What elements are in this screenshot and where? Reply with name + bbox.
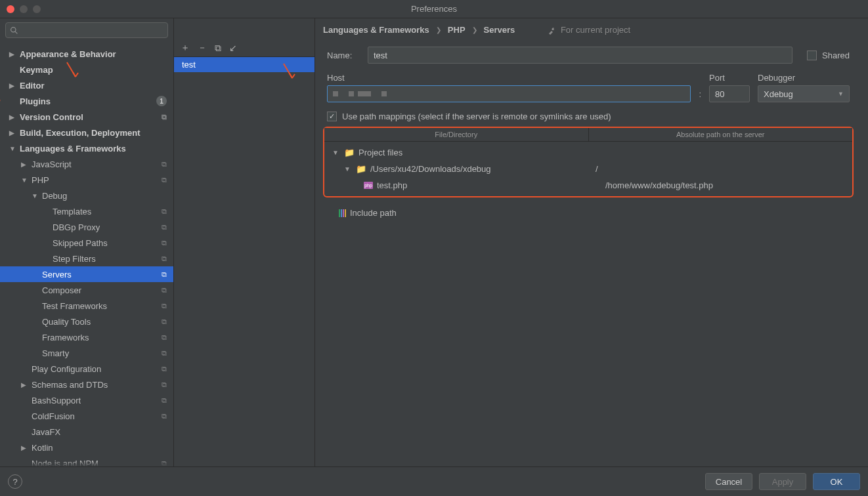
sidebar-item-skipped-paths[interactable]: Skipped Paths⧉ <box>0 235 173 251</box>
project-scope-label: For current project <box>548 25 630 35</box>
sidebar-item-schemas[interactable]: Schemas and DTDs⧉ <box>0 377 173 392</box>
remove-server-button[interactable]: － <box>198 42 207 54</box>
main-content: Languages & Frameworks ❯ PHP ❯ Servers F… <box>315 18 868 466</box>
sidebar-item-test-frameworks[interactable]: Test Frameworks⧉ <box>0 298 173 314</box>
port-label: Port <box>709 73 750 83</box>
copy-server-button[interactable]: ⧉ <box>215 43 221 54</box>
sidebar-item-composer[interactable]: Composer⧉ <box>0 282 173 298</box>
sidebar-item-keymap[interactable]: Keymap <box>0 62 173 77</box>
copy-icon: ⧉ <box>162 239 167 247</box>
chevron-down-icon: ▼ <box>332 149 340 156</box>
wrench-icon <box>548 27 555 35</box>
name-label: Name: <box>327 51 360 60</box>
folder-icon: 📁 <box>344 148 355 157</box>
ok-button[interactable]: OK <box>813 473 860 490</box>
copy-icon: ⧉ <box>162 365 167 373</box>
sidebar-item-coldfusion[interactable]: ColdFusion⧉ <box>0 408 173 424</box>
name-field[interactable] <box>368 47 792 64</box>
host-label: Host <box>327 73 683 83</box>
svg-point-0 <box>11 27 16 31</box>
use-path-mappings-checkbox[interactable] <box>327 112 337 121</box>
sidebar-item-templates[interactable]: Templates⧉ <box>0 203 173 219</box>
sidebar-item-javascript[interactable]: JavaScript⧉ <box>0 156 173 172</box>
php-file-icon: php <box>364 182 373 189</box>
copy-icon: ⧉ <box>162 160 167 169</box>
sidebar-item-bash[interactable]: BashSupport⧉ <box>0 392 173 408</box>
sidebar-item-version-control[interactable]: Version Control⧉ <box>0 109 173 125</box>
server-list-column: ＋ － ⧉ ↙ test <box>174 18 315 466</box>
copy-icon: ⧉ <box>162 396 167 405</box>
sidebar-item-editor[interactable]: Editor <box>0 77 173 93</box>
copy-icon: ⧉ <box>162 223 167 232</box>
sidebar-item-servers[interactable]: Servers⧉ <box>0 266 173 282</box>
dialog-footer: ? Cancel Apply OK <box>0 466 868 496</box>
sidebar-item-quality-tools[interactable]: Quality Tools⧉ <box>0 314 173 329</box>
server-list-toolbar: ＋ － ⧉ ↙ <box>174 39 315 57</box>
window-title: Preferences <box>0 4 868 14</box>
add-server-button[interactable]: ＋ <box>181 42 190 54</box>
settings-tree: Appearance & Behavior Keymap Editor Plug… <box>0 42 173 466</box>
map-row-file[interactable]: php test.php /home/www/xdebug/test.php <box>324 177 852 194</box>
copy-icon: ⧉ <box>162 349 167 358</box>
apply-button[interactable]: Apply <box>759 473 806 490</box>
map-row-project-root[interactable]: ▼ 📁 /Users/xu42/Downloads/xdebug / <box>324 161 852 177</box>
include-path-icon <box>339 209 346 217</box>
debugger-label: Debugger <box>758 73 850 83</box>
copy-icon: ⧉ <box>162 207 167 216</box>
host-field[interactable] <box>327 85 691 102</box>
sidebar-item-frameworks[interactable]: Frameworks⧉ <box>0 329 173 345</box>
column-file-directory: File/Directory <box>324 128 589 141</box>
copy-icon: ⧉ <box>162 176 167 184</box>
search-input[interactable] <box>5 22 168 38</box>
sidebar-item-smarty[interactable]: Smarty⧉ <box>0 345 173 361</box>
use-path-mappings-label: Use path mappings (select if the server … <box>342 112 611 121</box>
copy-icon: ⧉ <box>162 333 167 342</box>
column-absolute-path: Absolute path on the server <box>589 128 853 141</box>
search-icon <box>10 26 18 35</box>
path-mappings-panel: File/Directory Absolute path on the serv… <box>323 127 854 197</box>
copy-icon: ⧉ <box>162 381 167 389</box>
debugger-select[interactable]: Xdebug ▼ <box>758 85 850 102</box>
sidebar-item-javafx[interactable]: JavaFX <box>0 424 173 440</box>
sidebar-item-dbgp-proxy[interactable]: DBGp Proxy⧉ <box>0 219 173 235</box>
sidebar-item-kotlin[interactable]: Kotlin <box>0 440 173 455</box>
breadcrumb-item[interactable]: Languages & Frameworks <box>323 25 429 35</box>
shared-label: Shared <box>822 51 850 60</box>
chevron-down-icon: ▼ <box>838 91 844 97</box>
sidebar-item-play[interactable]: Play Configuration⧉ <box>0 361 173 377</box>
chevron-right-icon: ❯ <box>436 26 441 33</box>
import-button[interactable]: ↙ <box>229 43 237 53</box>
breadcrumb-item[interactable]: PHP <box>448 25 466 35</box>
include-path-row[interactable]: Include path <box>327 204 850 222</box>
shared-checkbox[interactable] <box>807 51 817 60</box>
chevron-right-icon: ❯ <box>472 26 477 33</box>
host-obscured <box>333 86 685 102</box>
cancel-button[interactable]: Cancel <box>705 473 752 490</box>
sidebar-item-build[interactable]: Build, Execution, Deployment <box>0 125 173 140</box>
map-row-project-files[interactable]: ▼ 📁 Project files <box>324 144 852 161</box>
sidebar-item-appearance[interactable]: Appearance & Behavior <box>0 46 173 62</box>
titlebar: Preferences <box>0 0 868 18</box>
copy-icon: ⧉ <box>162 255 167 263</box>
copy-icon: ⧉ <box>162 318 167 326</box>
help-button[interactable]: ? <box>8 474 22 489</box>
sidebar-item-step-filters[interactable]: Step Filters⧉ <box>0 251 173 266</box>
copy-icon: ⧉ <box>162 286 167 295</box>
copy-icon: ⧉ <box>162 270 167 279</box>
copy-icon: ⧉ <box>162 113 167 121</box>
chevron-down-icon: ▼ <box>344 165 352 173</box>
port-field[interactable] <box>709 85 750 102</box>
breadcrumb-item[interactable]: Servers <box>484 25 515 35</box>
settings-sidebar: Appearance & Behavior Keymap Editor Plug… <box>0 18 174 466</box>
colon-separator: : <box>699 89 701 99</box>
breadcrumb: Languages & Frameworks ❯ PHP ❯ Servers F… <box>315 18 868 40</box>
sidebar-item-php[interactable]: PHP⧉ <box>0 172 173 188</box>
sidebar-item-languages-frameworks[interactable]: Languages & Frameworks <box>0 140 173 156</box>
sidebar-item-plugins[interactable]: Plugins1 <box>0 93 173 109</box>
server-list-item[interactable]: test <box>174 57 315 72</box>
plugins-badge: 1 <box>156 96 167 106</box>
svg-line-1 <box>15 31 17 33</box>
sidebar-item-debug[interactable]: Debug <box>0 188 173 203</box>
folder-icon: 📁 <box>356 164 366 174</box>
copy-icon: ⧉ <box>162 412 167 421</box>
